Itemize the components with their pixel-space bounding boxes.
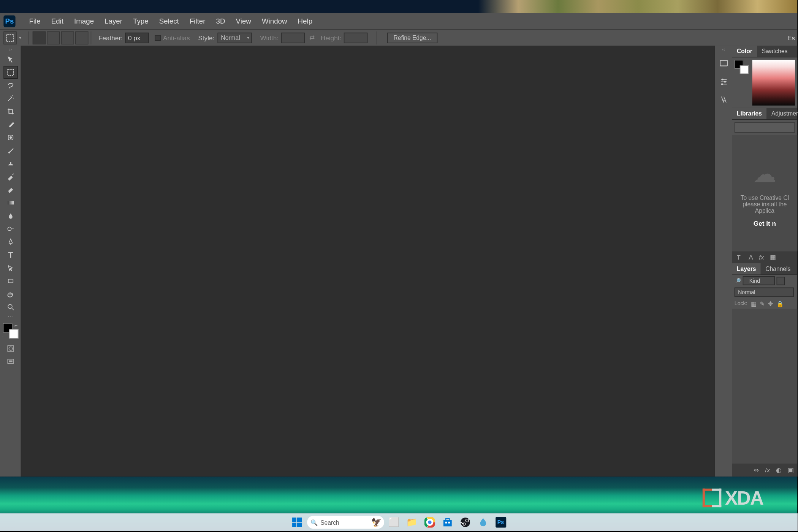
feather-input[interactable] [125,32,149,43]
default-colors-icon[interactable]: ▫ [3,334,4,339]
layer-filter-select[interactable]: Kind [743,276,775,285]
menu-window[interactable]: Window [256,13,293,29]
hydro-icon[interactable] [475,515,491,530]
paragraph-styles-icon[interactable] [736,254,743,261]
lock-position-icon[interactable]: ✥ [768,300,773,307]
swatches-preset-icon[interactable]: ▦ [770,253,776,261]
panel-shortcut-icons: A fx ▦ [732,251,798,263]
menu-3d[interactable]: 3D [211,13,231,29]
selection-add-icon[interactable] [47,31,60,44]
toolbar-grip-icon[interactable]: ›› [0,47,21,53]
tab-adjustments[interactable]: Adjustments [766,108,798,119]
creative-cloud-icon: ☁ [753,160,776,187]
tab-paths[interactable]: Path [795,263,798,275]
rectangle-tool[interactable] [3,274,17,287]
brush-tool[interactable] [3,144,17,157]
lock-transparent-icon[interactable]: ▦ [751,300,756,307]
properties-panel-icon[interactable] [717,75,730,88]
type-tool[interactable] [3,249,17,261]
screen-mode-icon[interactable] [3,355,17,368]
new-group-icon[interactable]: ▣ [788,466,794,474]
menu-layer[interactable]: Layer [99,13,128,29]
lasso-tool[interactable] [3,79,17,92]
crop-tool[interactable] [3,105,17,118]
menu-file[interactable]: File [24,13,46,29]
zoom-tool[interactable] [3,301,17,314]
tab-swatches[interactable]: Swatches [757,46,792,57]
character-styles-icon[interactable]: A [749,254,753,261]
quick-mask-icon[interactable] [3,342,17,355]
fx-icon[interactable]: fx [759,254,764,261]
menu-type[interactable]: Type [128,13,154,29]
tab-channels[interactable]: Channels [761,263,795,275]
menu-filter[interactable]: Filter [184,13,211,29]
tool-preset-dropdown-icon[interactable]: ▾ [19,35,24,40]
clone-stamp-tool[interactable] [3,157,17,170]
lock-image-icon[interactable]: ✎ [760,300,764,307]
selection-intersect-icon[interactable] [75,31,88,44]
link-layers-icon[interactable]: ⇔ [754,466,759,474]
ms-store-icon[interactable] [440,515,455,530]
background-color[interactable] [9,329,18,339]
refine-edge-button[interactable]: Refine Edge... [387,32,437,43]
color-panel-tabs: Color Swatches [732,46,798,57]
lock-all-icon[interactable]: 🔒 [776,300,784,307]
menu-select[interactable]: Select [154,13,184,29]
tab-layers[interactable]: Layers [732,263,761,275]
current-tool-icon[interactable] [3,31,16,44]
magic-wand-tool[interactable] [3,92,17,105]
menu-edit[interactable]: Edit [46,13,69,29]
hand-tool[interactable] [3,288,17,301]
hue-cube-picker[interactable] [752,60,795,106]
character-panel-icon[interactable] [717,93,730,106]
dock-grip-icon[interactable]: ‹‹ [715,47,732,53]
antialias-checkbox[interactable] [155,35,161,41]
selection-new-icon[interactable] [33,31,46,44]
eraser-tool[interactable] [3,183,17,196]
edit-toolbar-icon[interactable]: ⋯ [3,314,17,321]
swap-dimensions-icon: ⇄ [309,34,315,41]
panel-color-swatches[interactable] [735,60,749,74]
photoshop-taskbar-icon[interactable]: Ps [493,515,508,530]
history-brush-tool[interactable] [3,170,17,183]
layers-list[interactable] [732,309,798,464]
canvas-area[interactable] [21,46,714,477]
rectangular-marquee-tool[interactable] [3,66,17,79]
get-it-now-link[interactable]: Get it n [754,220,776,227]
libraries-msg-2: please install the [743,201,787,207]
eyedropper-tool[interactable] [3,118,17,131]
file-explorer-icon[interactable]: 📁 [404,515,420,530]
path-selection-tool[interactable] [3,261,17,274]
spot-healing-brush-tool[interactable] [3,131,17,144]
tab-libraries[interactable]: Libraries [732,108,767,119]
history-panel-icon[interactable] [717,57,730,70]
task-view-button[interactable]: ⬜ [386,515,402,530]
dodge-tool[interactable] [3,222,17,235]
libraries-search[interactable] [735,122,795,133]
menu-image[interactable]: Image [69,13,99,29]
chrome-icon[interactable] [422,515,437,530]
layer-fx-icon[interactable]: fx [765,467,770,474]
swap-colors-icon[interactable]: ⤺ [14,323,18,328]
selection-subtract-icon[interactable] [61,31,74,44]
steam-icon[interactable] [458,515,473,530]
menu-view[interactable]: View [231,13,256,29]
svg-point-24 [460,518,470,527]
tab-color[interactable]: Color [732,46,757,57]
menu-help[interactable]: Help [293,13,318,29]
filter-search-icon[interactable]: 🔎 [735,278,741,284]
layer-mask-icon[interactable]: ◐ [776,466,782,474]
style-select[interactable]: Normal▾ [217,32,252,43]
move-tool[interactable] [3,53,17,66]
color-swatches[interactable]: ⤺ ▫ [3,323,18,339]
blend-mode-select[interactable]: Normal [735,288,794,297]
svg-point-13 [722,79,724,81]
gradient-tool[interactable] [3,196,17,209]
pen-tool[interactable] [3,235,17,248]
start-button[interactable] [289,515,305,530]
svg-point-9 [9,347,12,350]
blur-tool[interactable] [3,209,17,222]
workspace-switcher[interactable]: Es [787,34,795,41]
filter-pixel-icon[interactable] [777,277,785,285]
taskbar-search[interactable]: 🔍 Search 🦅 [307,516,384,529]
